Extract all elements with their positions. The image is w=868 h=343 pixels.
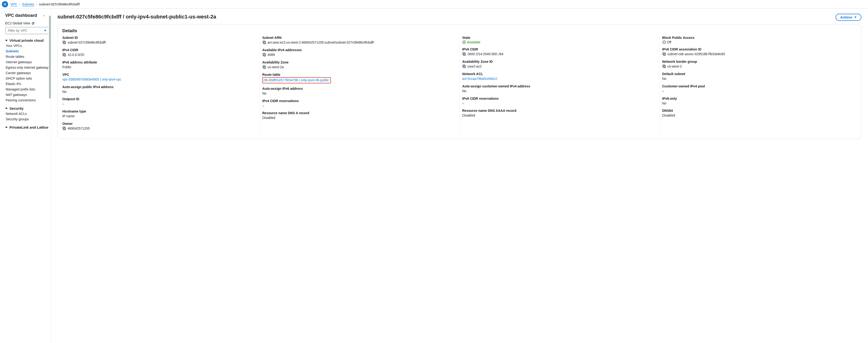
label-coip-pool: Customer-owned IPv4 pool: [662, 84, 853, 88]
caret-down-icon: [854, 16, 857, 18]
svg-rect-24: [663, 66, 665, 68]
value-ipv4-res: –: [262, 104, 264, 108]
breadcrumb-subnets[interactable]: Subnets: [22, 2, 34, 6]
label-dns64: DNS64: [662, 109, 853, 112]
svg-rect-1: [4, 4, 6, 4]
details-col-3: State Available IPv6 CIDR 2600:1f14:2549…: [462, 36, 657, 134]
copy-icon[interactable]: [662, 64, 666, 68]
value-ipv4-cidr: 10.0.0.0/20: [67, 53, 84, 57]
label-ipv4-res: IPv4 CIDR reservations: [262, 99, 453, 103]
copy-icon[interactable]: [462, 64, 466, 68]
label-auto-ipv6: Auto-assign IPv6 address: [262, 87, 453, 91]
svg-rect-4: [63, 41, 65, 43]
sidebar-section-vpc[interactable]: Virtual private cloud: [5, 38, 51, 42]
value-nacl-link[interactable]: acl-0ccaa76ba5cefa0c2: [462, 76, 497, 81]
sidebar-item-dhcp-option-sets[interactable]: DHCP option sets: [6, 76, 51, 80]
main-content: subnet-027c5fe86c9fcbdff / only-ipv4-sub…: [51, 8, 868, 343]
label-subnet-arn: Subnet ARN: [262, 36, 453, 40]
svg-rect-18: [463, 66, 466, 68]
label-ipv6-res: IPv6 CIDR reservations: [462, 97, 653, 100]
sidebar-collapse-button[interactable]: ‹: [41, 13, 47, 18]
label-avail-ipv4: Available IPv4 addresses: [262, 48, 453, 52]
sidebar-item-peering-connections[interactable]: Peering connections: [6, 98, 51, 102]
breadcrumbs: VPC › Subnets › subnet-027c5fe86c9fcbdff: [10, 2, 80, 6]
actions-button[interactable]: Actions: [836, 14, 861, 21]
svg-rect-23: [663, 53, 665, 55]
value-vpc-link[interactable]: vpc-03854f970683e4905 | only-ipv4-vpc: [62, 77, 121, 82]
sidebar-item-carrier-gateways[interactable]: Carrier gateways: [6, 71, 51, 75]
external-link-icon: [32, 22, 35, 25]
copy-icon[interactable]: [662, 52, 666, 56]
label-ipv6-only: IPv6-only: [662, 97, 853, 100]
copy-icon[interactable]: [262, 65, 266, 69]
sidebar-item-network-acls[interactable]: Network ACLs: [6, 112, 51, 115]
sidebar-section-privatelink[interactable]: PrivateLink and Lattice: [5, 125, 51, 129]
chevron-right-icon: ›: [19, 3, 20, 6]
sidebar-item-egress-gateways[interactable]: Egress-only internet gateways: [6, 66, 51, 69]
chevron-right-icon: ›: [36, 3, 37, 6]
label-ipv6-assoc: IPv6 CIDR association ID: [662, 47, 853, 51]
value-subnet-arn: arn:aws:ec2:us-west-2:469042571205:subne…: [268, 40, 374, 45]
copy-icon[interactable]: [62, 53, 66, 57]
copy-icon[interactable]: [62, 127, 66, 130]
sidebar-section-security[interactable]: Security: [5, 106, 51, 110]
value-dns64: Disabled: [662, 113, 675, 118]
label-vpc: VPC: [62, 73, 253, 76]
value-auto-co-ipv4: No: [462, 89, 466, 93]
label-ipv6-attr: IPv6 address attribute: [62, 60, 253, 64]
svg-rect-13: [264, 66, 266, 68]
value-route-table-link[interactable]: rtb-00df91e577fe5479b | only-ipv4-rtb-pu…: [264, 78, 329, 82]
value-ipv6-cidr: 2600:1f14:2549:300::/64: [467, 52, 503, 56]
value-outpost: –: [62, 102, 64, 106]
copy-icon[interactable]: [62, 40, 66, 44]
value-az-id: usw2-az2: [467, 64, 482, 69]
sidebar-item-internet-gateways[interactable]: Internet gateways: [6, 60, 51, 64]
label-outpost: Outpost ID: [62, 97, 253, 101]
details-col-1: Subnet ID subnet-027c5fe86c9fcbdff IPv4 …: [62, 36, 257, 134]
label-nacl: Network ACL: [462, 72, 653, 76]
svg-rect-8: [63, 127, 65, 129]
copy-icon[interactable]: [462, 52, 466, 56]
copy-icon[interactable]: [262, 53, 266, 57]
breadcrumb-current: subnet-027c5fe86c9fcbdff: [39, 2, 80, 6]
value-az: us-west-2a: [268, 65, 284, 69]
sidebar-item-route-tables[interactable]: Route tables: [6, 55, 51, 59]
label-owner: Owner: [62, 122, 253, 126]
menu-icon: [3, 3, 7, 6]
label-dns-aaaa: Resource name DNS AAAA record: [462, 109, 653, 112]
sidebar-item-subnets[interactable]: Subnets: [6, 49, 51, 53]
label-nbg: Network border group: [662, 60, 853, 64]
value-nbg: us-west-2: [668, 64, 682, 69]
nav-menu-button[interactable]: [2, 1, 8, 7]
ec2-global-view-link[interactable]: EC2 Global View: [5, 21, 51, 25]
sidebar-item-elastic-ips[interactable]: Elastic IPs: [6, 82, 51, 86]
sidebar-scrollbar[interactable]: [49, 8, 51, 343]
caret-down-icon: [44, 30, 46, 31]
sidebar-item-managed-prefix-lists[interactable]: Managed prefix lists: [6, 88, 51, 91]
value-auto-ipv6: No: [262, 91, 267, 96]
sidebar-item-nat-gateways[interactable]: NAT gateways: [6, 93, 51, 97]
sidebar-item-your-vpcs[interactable]: Your VPCs: [6, 44, 51, 47]
value-default-subnet: No: [662, 76, 666, 81]
svg-rect-2: [4, 5, 6, 5]
value-auto-pub-ipv4: No: [62, 90, 67, 94]
svg-rect-6: [63, 53, 65, 56]
svg-rect-16: [463, 53, 466, 56]
svg-rect-3: [64, 42, 66, 44]
sidebar: VPC dashboard ‹ EC2 Global View Filter b…: [0, 8, 51, 343]
sidebar-item-security-groups[interactable]: Security groups: [6, 117, 51, 121]
value-dns-aaaa: Disabled: [462, 113, 475, 118]
svg-rect-9: [264, 42, 266, 44]
value-ipv6-attr: Public: [62, 65, 71, 69]
label-hostname-type: Hostname type: [62, 109, 253, 113]
filter-placeholder: Filter by VPC: [8, 29, 27, 32]
route-table-highlight: rtb-00df91e577fe5479b | only-ipv4-rtb-pu…: [262, 77, 331, 83]
breadcrumb-vpc[interactable]: VPC: [10, 2, 17, 6]
label-auto-pub-ipv4: Auto-assign public IPv4 address: [62, 85, 253, 89]
page-title: subnet-027c5fe86c9fcbdff / only-ipv4-sub…: [57, 14, 216, 20]
copy-icon[interactable]: [262, 40, 266, 44]
svg-rect-22: [663, 53, 665, 56]
value-subnet-id: subnet-027c5fe86c9fcbdff: [67, 40, 106, 45]
filter-by-vpc-select[interactable]: Filter by VPC: [5, 27, 49, 34]
svg-rect-14: [263, 66, 265, 68]
